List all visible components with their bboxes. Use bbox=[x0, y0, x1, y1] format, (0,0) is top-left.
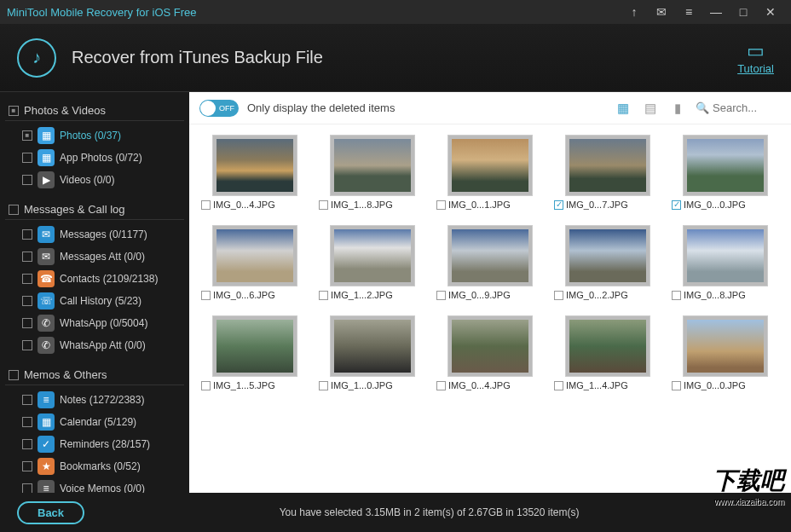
checkbox[interactable] bbox=[22, 395, 32, 405]
checkbox[interactable] bbox=[319, 381, 328, 390]
thumbnail-cell[interactable]: IMG_0...0.JPG bbox=[672, 135, 779, 210]
checkbox[interactable] bbox=[554, 200, 563, 210]
checkbox[interactable] bbox=[672, 291, 681, 300]
sidebar-item-label: Calendar (5/129) bbox=[60, 416, 136, 428]
sidebar-item-label: Messages Att (0/0) bbox=[60, 251, 145, 263]
sidebar-group-head[interactable]: Messages & Call log bbox=[5, 200, 184, 220]
app-logo-icon: ♪ bbox=[17, 38, 56, 78]
sidebar-item[interactable]: ★Bookmarks (0/52) bbox=[5, 455, 184, 477]
sidebar-item[interactable]: ▦App Photos (0/72) bbox=[5, 147, 184, 169]
sidebar-group-head[interactable]: Photos & Videos bbox=[5, 101, 184, 121]
thumbnail[interactable] bbox=[330, 225, 415, 286]
checkbox[interactable] bbox=[22, 296, 32, 306]
upload-icon[interactable]: ↑ bbox=[621, 5, 648, 19]
thumbnail[interactable] bbox=[565, 225, 650, 286]
sidebar-item[interactable]: ✉Messages Att (0/0) bbox=[5, 246, 184, 268]
sidebar-item[interactable]: ✓Reminders (28/157) bbox=[5, 433, 184, 455]
checkbox[interactable] bbox=[201, 381, 211, 390]
thumbnail[interactable] bbox=[330, 135, 415, 196]
checkbox[interactable] bbox=[672, 200, 681, 210]
deleted-filter-toggle[interactable]: OFF bbox=[199, 100, 239, 117]
thumbnail[interactable] bbox=[565, 135, 650, 196]
checkbox[interactable] bbox=[319, 291, 328, 300]
minimize-icon[interactable]: — bbox=[702, 5, 730, 19]
thumbnail[interactable] bbox=[447, 225, 533, 286]
sidebar: Photos & Videos▦Photos (0/37)▦App Photos… bbox=[0, 92, 189, 493]
checkbox[interactable] bbox=[22, 483, 32, 493]
thumbnail-cell[interactable]: IMG_1...0.JPG bbox=[319, 315, 426, 390]
sidebar-item[interactable]: ☎Contacts (2109/2138) bbox=[5, 268, 184, 290]
checkbox[interactable] bbox=[22, 175, 32, 185]
close-icon[interactable]: ✕ bbox=[757, 5, 784, 19]
grid-view-icon[interactable]: ▦ bbox=[614, 101, 632, 116]
checkbox[interactable] bbox=[9, 370, 19, 380]
thumbnail[interactable] bbox=[447, 315, 533, 377]
header: ♪ Recover from iTunes Backup File ▭ Tuto… bbox=[0, 24, 791, 92]
checkbox[interactable] bbox=[22, 340, 32, 350]
checkbox[interactable] bbox=[672, 381, 681, 390]
checkbox[interactable] bbox=[436, 291, 446, 300]
thumbnail-cell[interactable]: IMG_0...1.JPG bbox=[436, 135, 544, 210]
maximize-icon[interactable]: □ bbox=[730, 5, 757, 19]
thumbnail[interactable] bbox=[212, 225, 297, 286]
thumbnail-cell[interactable]: IMG_0...9.JPG bbox=[436, 225, 544, 300]
tutorial-link[interactable]: ▭ Tutorial bbox=[737, 40, 774, 75]
sidebar-group-head[interactable]: Memos & Others bbox=[5, 365, 184, 385]
checkbox[interactable] bbox=[22, 130, 32, 141]
thumbnail[interactable] bbox=[683, 135, 768, 196]
sidebar-item[interactable]: ≡Notes (1272/2383) bbox=[5, 389, 184, 411]
category-icon: ✓ bbox=[38, 436, 55, 453]
sidebar-item[interactable]: ▦Calendar (5/129) bbox=[5, 411, 184, 433]
thumbnail[interactable] bbox=[447, 135, 533, 196]
thumbnail[interactable] bbox=[683, 315, 768, 377]
thumbnail[interactable] bbox=[212, 315, 297, 377]
checkbox[interactable] bbox=[22, 318, 32, 328]
thumbnail[interactable] bbox=[330, 315, 415, 377]
thumbnail-cell[interactable]: IMG_1...8.JPG bbox=[319, 135, 426, 210]
thumbnail-cell[interactable]: IMG_0...8.JPG bbox=[672, 225, 779, 300]
search-input[interactable] bbox=[713, 101, 781, 114]
sidebar-item[interactable]: ✆WhatsApp Att (0/0) bbox=[5, 334, 184, 356]
checkbox[interactable] bbox=[9, 205, 19, 215]
checkbox[interactable] bbox=[436, 200, 446, 210]
list-view-icon[interactable]: ▤ bbox=[641, 101, 660, 116]
checkbox[interactable] bbox=[9, 106, 19, 116]
checkbox[interactable] bbox=[22, 417, 32, 427]
sidebar-item[interactable]: ✆WhatsApp (0/5004) bbox=[5, 312, 184, 334]
sidebar-item[interactable]: ≡Voice Memos (0/0) bbox=[5, 477, 184, 493]
mail-icon[interactable]: ✉ bbox=[648, 5, 675, 19]
checkbox[interactable] bbox=[319, 200, 328, 210]
checkbox[interactable] bbox=[22, 252, 32, 262]
thumbnail-cell[interactable]: IMG_0...4.JPG bbox=[436, 315, 544, 390]
checkbox[interactable] bbox=[554, 381, 563, 390]
checkbox[interactable] bbox=[22, 229, 32, 240]
thumbnail[interactable] bbox=[212, 135, 297, 196]
checkbox[interactable] bbox=[22, 274, 32, 284]
checkbox[interactable] bbox=[554, 291, 563, 300]
thumbnail-cell[interactable]: IMG_1...4.JPG bbox=[554, 315, 661, 390]
thumbnail-cell[interactable]: IMG_1...5.JPG bbox=[201, 315, 309, 390]
thumbnail[interactable] bbox=[565, 315, 650, 377]
sidebar-item[interactable]: ▶Videos (0/0) bbox=[5, 169, 184, 191]
checkbox[interactable] bbox=[22, 439, 32, 449]
checkbox[interactable] bbox=[201, 200, 211, 210]
thumbnail-cell[interactable]: IMG_0...4.JPG bbox=[201, 135, 309, 210]
thumbnail-cell[interactable]: IMG_1...2.JPG bbox=[319, 225, 426, 300]
back-button[interactable]: Back bbox=[17, 501, 84, 524]
checkbox[interactable] bbox=[201, 291, 211, 300]
detail-view-icon[interactable]: ▮ bbox=[668, 101, 687, 116]
checkbox[interactable] bbox=[22, 153, 32, 163]
checkbox[interactable] bbox=[436, 381, 446, 390]
thumbnail[interactable] bbox=[683, 225, 768, 286]
checkbox[interactable] bbox=[22, 461, 32, 471]
sidebar-item[interactable]: ☏Call History (5/23) bbox=[5, 290, 184, 312]
category-icon: ▦ bbox=[38, 127, 55, 144]
menu-icon[interactable]: ≡ bbox=[675, 5, 702, 19]
sidebar-item[interactable]: ✉Messages (0/1177) bbox=[5, 223, 184, 246]
thumbnail-cell[interactable]: IMG_0...7.JPG bbox=[554, 135, 661, 210]
thumbnail-cell[interactable]: IMG_0...6.JPG bbox=[201, 225, 309, 300]
sidebar-item[interactable]: ▦Photos (0/37) bbox=[5, 124, 184, 147]
search-box[interactable]: 🔍 bbox=[696, 101, 781, 114]
thumbnail-cell[interactable]: IMG_0...2.JPG bbox=[554, 225, 661, 300]
thumbnail-cell[interactable]: IMG_0...0.JPG bbox=[672, 315, 779, 390]
